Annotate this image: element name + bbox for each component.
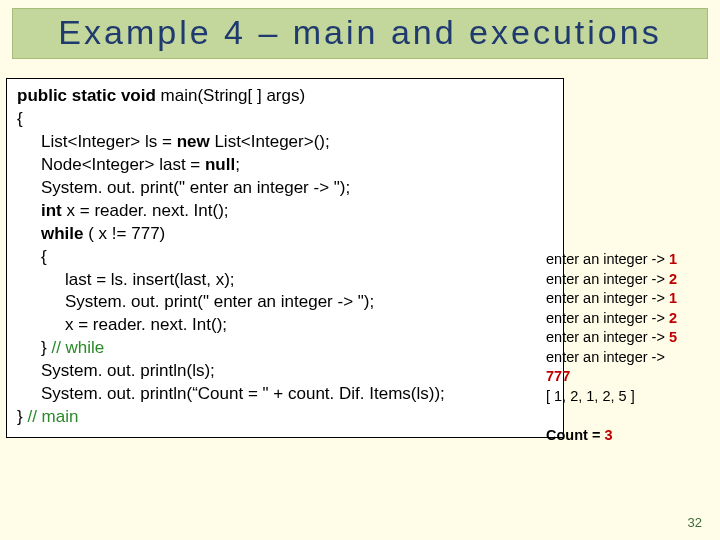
output-line: enter an integer -> 2 bbox=[546, 270, 702, 290]
output-line: [ 1, 2, 1, 2, 5 ] bbox=[546, 387, 702, 407]
code-text: while ( x != 777) bbox=[17, 223, 165, 246]
code-line: int x = reader. next. Int(); bbox=[17, 200, 553, 223]
output-count: Count = 3 bbox=[546, 426, 702, 446]
code-text: main(String[ ] args) bbox=[156, 86, 305, 105]
code-text: System. out. print(" enter an integer ->… bbox=[17, 177, 350, 200]
execution-output: enter an integer -> 1 enter an integer -… bbox=[546, 250, 702, 446]
code-text: } // while bbox=[17, 337, 104, 360]
code-text: } // main bbox=[17, 407, 78, 426]
code-text: System. out. println(ls); bbox=[17, 360, 215, 383]
keyword: public static void bbox=[17, 86, 156, 105]
code-line: { bbox=[17, 246, 553, 269]
slide-title-bar: Example 4 – main and executions bbox=[12, 8, 708, 59]
output-line: enter an integer -> bbox=[546, 348, 702, 368]
code-text: last = ls. insert(last, x); bbox=[17, 269, 235, 292]
code-line: System. out. println(“Count = " + count.… bbox=[17, 383, 553, 406]
slide-title: Example 4 – main and executions bbox=[23, 13, 697, 52]
code-line: System. out. print(" enter an integer ->… bbox=[17, 291, 553, 314]
code-line: { bbox=[17, 108, 553, 131]
code-line: Node<Integer> last = null; bbox=[17, 154, 553, 177]
output-line: enter an integer -> 5 bbox=[546, 328, 702, 348]
code-text: x = reader. next. Int(); bbox=[17, 314, 227, 337]
code-text: System. out. print(" enter an integer ->… bbox=[17, 291, 374, 314]
code-text: List<Integer> ls = new List<Integer>(); bbox=[17, 131, 330, 154]
code-text: System. out. println(“Count = " + count.… bbox=[17, 383, 445, 406]
output-line: enter an integer -> 1 bbox=[546, 250, 702, 270]
output-line: enter an integer -> 1 bbox=[546, 289, 702, 309]
code-text: { bbox=[17, 109, 23, 128]
code-line: last = ls. insert(last, x); bbox=[17, 269, 553, 292]
code-line: public static void main(String[ ] args) bbox=[17, 85, 553, 108]
code-line: System. out. println(ls); bbox=[17, 360, 553, 383]
code-text: { bbox=[17, 246, 47, 269]
code-text: int x = reader. next. Int(); bbox=[17, 200, 229, 223]
code-line: while ( x != 777) bbox=[17, 223, 553, 246]
code-line: } // while bbox=[17, 337, 553, 360]
output-line bbox=[546, 407, 702, 427]
page-number: 32 bbox=[688, 515, 702, 530]
code-line: System. out. print(" enter an integer ->… bbox=[17, 177, 553, 200]
code-listing: public static void main(String[ ] args) … bbox=[6, 78, 564, 438]
output-line: 777 bbox=[546, 367, 702, 387]
output-line: enter an integer -> 2 bbox=[546, 309, 702, 329]
code-line: List<Integer> ls = new List<Integer>(); bbox=[17, 131, 553, 154]
code-text: Node<Integer> last = null; bbox=[17, 154, 240, 177]
code-line: x = reader. next. Int(); bbox=[17, 314, 553, 337]
code-line: } // main bbox=[17, 406, 553, 429]
